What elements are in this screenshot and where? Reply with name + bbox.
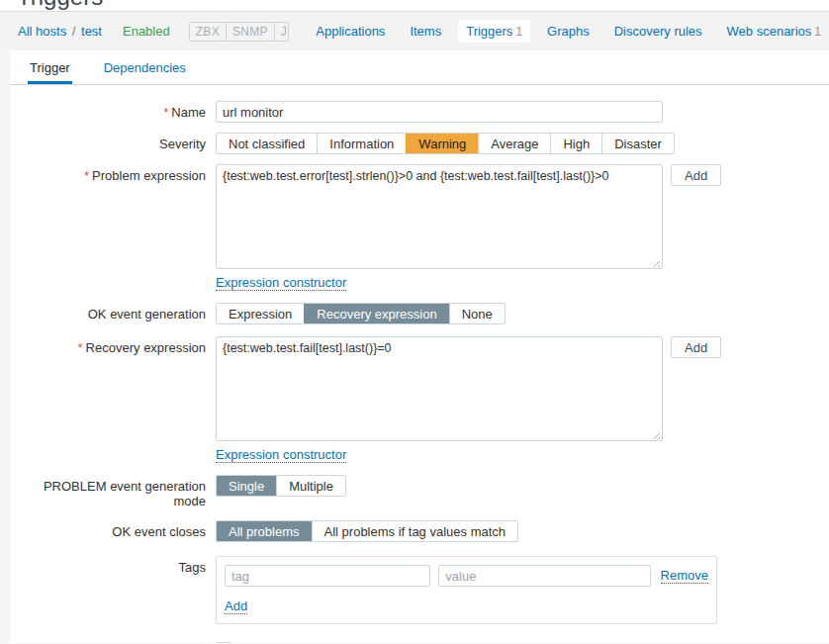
ok-event-generation-recovery-expression[interactable]: Recovery expression [304, 304, 448, 323]
recovery-expression-row: *Recovery expression {test:web.test.fail… [10, 336, 829, 444]
tags-row: Tags Remove Add [10, 556, 829, 624]
trigger-form-panel: Trigger Dependencies *Name Severity Not … [10, 50, 829, 643]
tag-add-link[interactable]: Add [225, 599, 247, 614]
snmp-interface-badge: SNMP [226, 23, 274, 41]
problem-event-mode-segmented-control: Single Multiple [216, 475, 346, 497]
nav-item-items[interactable]: Items [402, 20, 449, 43]
tab-trigger[interactable]: Trigger [28, 60, 72, 84]
ok-event-generation-none[interactable]: None [449, 304, 505, 323]
ok-event-closes-row: OK event closes All problems All problem… [10, 520, 829, 542]
severity-disaster[interactable]: Disaster [601, 134, 674, 153]
recovery-expression-add-button[interactable]: Add [671, 336, 721, 358]
interface-availability-badges: ZBX SNMP JMX IPMI [189, 22, 290, 42]
required-mark: * [84, 168, 89, 183]
problem-event-mode-row: PROBLEM event generation mode Single Mul… [10, 475, 829, 508]
ok-event-closes-tag-match[interactable]: All problems if tag values match [312, 521, 518, 541]
ok-event-generation-expression[interactable]: Expression [217, 304, 304, 323]
severity-not-classified[interactable]: Not classified [217, 134, 317, 153]
problem-event-mode-label: PROBLEM event generation mode [10, 475, 216, 508]
host-status-badge: Enabled [123, 24, 170, 39]
nav-item-applications[interactable]: Applications [308, 20, 393, 43]
host-navigation-bar: All hosts / test Enabled ZBX SNMP JMX IP… [0, 12, 829, 50]
tags-label: Tags [10, 556, 216, 575]
tab-dependencies[interactable]: Dependencies [102, 60, 188, 84]
name-row: *Name [10, 101, 829, 123]
severity-row: Severity Not classified Information Warn… [10, 133, 829, 154]
recovery-expression-label: *Recovery expression [10, 336, 216, 355]
ok-event-closes-all-problems[interactable]: All problems [217, 521, 312, 541]
tag-name-input[interactable] [225, 565, 430, 587]
problem-event-mode-single[interactable]: Single [217, 476, 276, 496]
web-scenarios-count: 1 [814, 25, 821, 39]
zbx-interface-badge: ZBX [190, 23, 226, 41]
ok-event-generation-label: OK event generation [10, 303, 216, 322]
required-mark: * [163, 105, 168, 120]
tag-remove-link[interactable]: Remove [661, 569, 708, 584]
severity-average[interactable]: Average [478, 134, 550, 153]
ok-event-generation-segmented-control: Expression Recovery expression None [216, 303, 506, 324]
problem-expression-label: *Problem expression [10, 164, 216, 183]
page-title: Triggers [17, 0, 829, 11]
severity-warning[interactable]: Warning [406, 134, 478, 153]
severity-high[interactable]: High [550, 134, 601, 153]
required-mark: * [78, 340, 83, 355]
problem-expression-constructor-link[interactable]: Expression constructor [216, 276, 346, 291]
triggers-count: 1 [515, 25, 522, 39]
tag-value-input[interactable] [438, 565, 650, 587]
ok-event-closes-segmented-control: All problems All problems if tag values … [216, 520, 518, 542]
jmx-interface-badge: JMX [274, 23, 289, 41]
nav-item-discovery-rules[interactable]: Discovery rules [606, 20, 710, 43]
form-tabs: Trigger Dependencies [10, 50, 829, 85]
problem-event-mode-multiple[interactable]: Multiple [276, 476, 345, 496]
ok-event-closes-label: OK event closes [10, 520, 216, 539]
problem-expression-textarea[interactable]: {test:web.test.error[test].strlen()}>0 a… [216, 164, 663, 269]
nav-item-web-scenarios[interactable]: Web scenarios1 [719, 20, 829, 43]
problem-expression-add-button[interactable]: Add [671, 164, 721, 186]
tags-container: Remove Add [216, 556, 717, 624]
recovery-expression-constructor-link[interactable]: Expression constructor [216, 448, 346, 463]
breadcrumb-all-hosts-link[interactable]: All hosts [18, 24, 66, 39]
problem-expression-row: *Problem expression {test:web.test.error… [10, 164, 829, 272]
problem-expression-constructor-row: Expression constructor [10, 276, 829, 291]
trigger-form: *Name Severity Not classified Informatio… [10, 85, 829, 644]
ok-event-generation-row: OK event generation Expression Recovery … [10, 303, 829, 324]
page-header: Triggers [0, 0, 829, 12]
nav-item-triggers[interactable]: Triggers1 [458, 20, 530, 43]
severity-label: Severity [10, 133, 216, 151]
breadcrumb-host-link[interactable]: test [81, 24, 102, 39]
severity-information[interactable]: Information [317, 134, 406, 153]
name-input[interactable] [216, 101, 663, 123]
nav-item-graphs[interactable]: Graphs [539, 20, 598, 43]
name-label: *Name [10, 101, 216, 120]
recovery-expression-constructor-row: Expression constructor [10, 448, 829, 463]
breadcrumb-separator: / [72, 24, 76, 39]
recovery-expression-textarea[interactable]: {test:web.test.fail[test].last()}=0 [216, 336, 663, 441]
severity-segmented-control: Not classified Information Warning Avera… [216, 133, 675, 154]
